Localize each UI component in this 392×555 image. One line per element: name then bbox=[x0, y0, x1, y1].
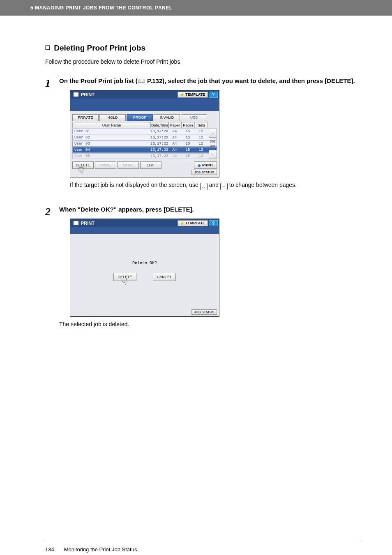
confirm-dialog: Delete OK? DELETE ☟ CANCEL bbox=[70, 234, 219, 308]
printer-icon bbox=[74, 92, 78, 97]
panel-1-spacer bbox=[70, 99, 219, 111]
pointer-hand-icon: ☟ bbox=[78, 166, 84, 176]
step-2-heading: When "Delete OK?" appears, press [DELETE… bbox=[59, 205, 361, 214]
star-icon: ★ bbox=[180, 221, 184, 226]
panel-2-titlebar: PRINT ★ TEMPLATE ? bbox=[70, 219, 219, 227]
col-sets: Sets bbox=[195, 122, 208, 128]
pause-button[interactable]: PAUSE bbox=[95, 161, 116, 169]
move-button[interactable]: MOVE bbox=[118, 161, 139, 169]
tab-proof[interactable]: PROOF bbox=[127, 114, 153, 121]
edit-button[interactable]: EDIT bbox=[140, 161, 161, 169]
step-1-heading: On the Proof Print job list (📖 P.132), s… bbox=[59, 76, 361, 85]
book-icon: 📖 bbox=[138, 76, 145, 85]
scroll-up-button[interactable]: ︿ bbox=[209, 129, 217, 138]
scroll-column: ︿ 001 001 ﹀ bbox=[209, 129, 217, 159]
scroll-down-button[interactable]: ﹀ bbox=[209, 150, 217, 159]
table-row[interactable]: User 05 13,17:22 A4 15 12 bbox=[72, 153, 217, 159]
tab-hold[interactable]: HOLD bbox=[99, 114, 126, 121]
header-text: 5 MANAGING PRINT JOBS FROM THE CONTROL P… bbox=[30, 5, 173, 11]
help-button[interactable]: ? bbox=[209, 92, 218, 98]
up-arrow-icon: ︿ bbox=[200, 183, 208, 190]
panel-2: PRINT ★ TEMPLATE ? Delete OK? DE bbox=[70, 219, 361, 317]
page-header: 5 MANAGING PRINT JOBS FROM THE CONTROL P… bbox=[0, 0, 392, 16]
panel-2-spacer bbox=[70, 227, 219, 234]
tab-usb[interactable]: USB bbox=[181, 114, 207, 121]
diamond-icon: ◈ bbox=[198, 163, 201, 168]
step-2-number: 2 bbox=[45, 205, 59, 327]
panel-1-title: PRINT bbox=[81, 92, 95, 97]
confirm-cancel-button[interactable]: CANCEL bbox=[153, 273, 176, 281]
footer-title: Monitoring the Print Job Status bbox=[64, 546, 137, 553]
col-date: Date,Time bbox=[151, 122, 168, 128]
help-button[interactable]: ? bbox=[209, 220, 218, 226]
confirm-delete-button[interactable]: DELETE ☟ bbox=[113, 273, 136, 281]
template-button[interactable]: ★ TEMPLATE bbox=[178, 92, 208, 98]
printer-icon bbox=[74, 221, 78, 225]
step-1: 1 On the Proof Print job list (📖 P.132),… bbox=[45, 76, 361, 200]
step-1-note: If the target job is not displayed on th… bbox=[70, 182, 361, 190]
scroll-page-indicator: 001 001 bbox=[209, 138, 217, 150]
job-status-button[interactable]: JOB STATUS bbox=[191, 170, 217, 175]
intro-text: Follow the procedure below to delete Pro… bbox=[45, 58, 361, 65]
actions-row: DELETE PAUSE MOVE EDIT ◈ PRINT bbox=[72, 161, 217, 169]
confirm-message: Delete OK? bbox=[132, 261, 157, 265]
section-title: ❏ Deleting Proof Print jobs bbox=[45, 44, 361, 53]
columns-header: User Name Date,Time Paper Pages Sets bbox=[72, 122, 217, 128]
col-pages: Pages bbox=[182, 122, 195, 128]
star-icon: ★ bbox=[180, 92, 184, 97]
bullet-square-icon: ❏ bbox=[45, 44, 52, 51]
job-status-button[interactable]: JOB STATUS bbox=[191, 309, 217, 315]
col-paper: Paper bbox=[168, 122, 182, 128]
panel-1: PRINT ★ TEMPLATE ? PRIVATE HOLD P bbox=[70, 90, 361, 177]
table-row[interactable]: User 03 13,17:22 A4 15 12 bbox=[72, 141, 217, 147]
tabs-row: PRIVATE HOLD PROOF INVALID USB bbox=[72, 114, 217, 121]
table-row[interactable]: User 02 13,17:20 A4 15 12 bbox=[72, 135, 217, 140]
panel-2-title: PRINT bbox=[81, 221, 95, 226]
tab-private[interactable]: PRIVATE bbox=[72, 114, 99, 121]
step-2: 2 When "Delete OK?" appears, press [DELE… bbox=[45, 205, 361, 327]
page-content: ❏ Deleting Proof Print jobs Follow the p… bbox=[0, 16, 392, 345]
page-footer: 134 Monitoring the Print Job Status bbox=[0, 542, 392, 555]
footer-page-number: 134 bbox=[45, 546, 62, 553]
section-title-text: Deleting Proof Print jobs bbox=[54, 44, 145, 52]
panel-1-titlebar: PRINT ★ TEMPLATE ? bbox=[70, 90, 219, 99]
col-user: User Name bbox=[72, 122, 151, 128]
tab-invalid[interactable]: INVALID bbox=[154, 114, 180, 121]
step-1-number: 1 bbox=[45, 76, 59, 200]
down-arrow-icon: ﹀ bbox=[220, 183, 228, 190]
template-button[interactable]: ★ TEMPLATE bbox=[178, 220, 208, 226]
print-button[interactable]: ◈ PRINT bbox=[194, 161, 217, 169]
step-2-after: The selected job is deleted. bbox=[59, 321, 361, 327]
pointer-hand-icon: ☟ bbox=[121, 276, 127, 286]
table-row-selected[interactable]: User 04 13,17:22 A4 15 12 bbox=[72, 147, 217, 153]
table-row[interactable]: User 01 13,17:20 A4 15 12 bbox=[72, 129, 217, 134]
